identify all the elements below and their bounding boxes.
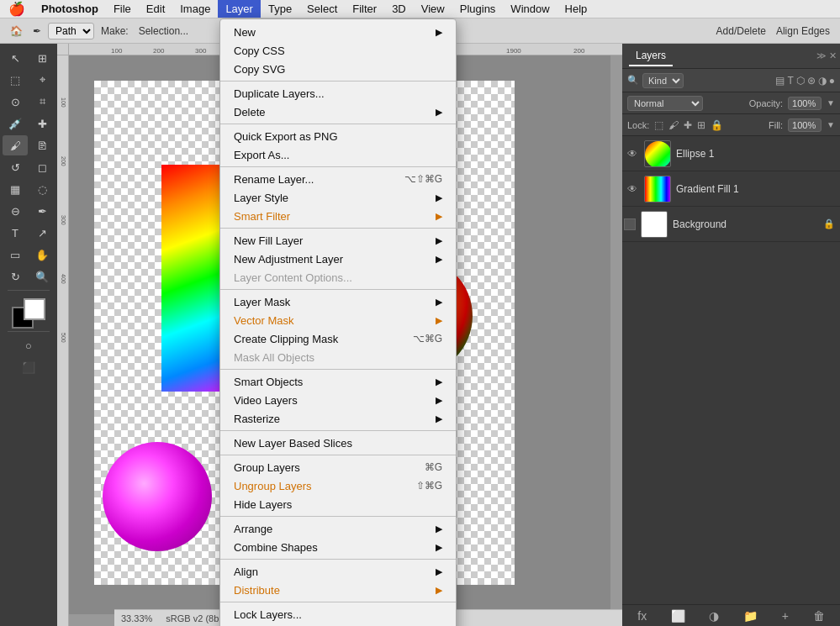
tool-pen[interactable]: ✒ [29, 201, 55, 221]
menu-item-ungroup-layers[interactable]: Ungroup Layers ⇧⌘G [220, 476, 456, 495]
menu-item-layer-style[interactable]: Layer Style ▶ [220, 188, 456, 207]
fill-chevron-icon[interactable]: ▼ [827, 120, 835, 129]
menu-layer[interactable]: Layer [218, 0, 261, 18]
toolbar-path-select[interactable]: Path [48, 23, 94, 39]
foreground-color-swatch[interactable] [24, 298, 45, 320]
blend-mode-select[interactable]: Normal [627, 96, 703, 111]
menu-item-new[interactable]: New ▶ [220, 23, 456, 41]
add-fx-icon[interactable]: fx [637, 609, 647, 623]
tool-quick-selection[interactable]: ⊙ [3, 92, 28, 112]
tool-eyedropper[interactable]: 💉 [3, 113, 28, 134]
menu-item-copy-css[interactable]: Copy CSS [220, 41, 456, 60]
menu-item-distribute[interactable]: Distribute ▶ [220, 581, 456, 599]
filter-type-icon[interactable]: T [787, 75, 793, 87]
tool-lasso[interactable]: ⌖ [29, 70, 55, 90]
tool-eraser[interactable]: ◻ [29, 157, 55, 177]
menu-item-lock-layers[interactable]: Lock Layers... [220, 605, 456, 623]
menu-edit[interactable]: Edit [139, 0, 172, 18]
layer-visibility-ellipse1[interactable]: 👁 [627, 148, 639, 160]
add-mask-icon[interactable]: ⬜ [671, 609, 685, 623]
tool-rotate-view[interactable]: ↻ [3, 266, 28, 287]
tool-gradient[interactable]: ▦ [3, 179, 28, 199]
lock-artboard-icon[interactable]: ⊞ [697, 119, 705, 131]
menu-window[interactable]: Window [503, 0, 557, 18]
panel-close-button[interactable]: ✕ [829, 50, 837, 61]
menu-item-arrange[interactable]: Arrange ▶ [220, 519, 456, 538]
layer-checkbox-background[interactable] [624, 218, 636, 230]
toolbar-home-icon[interactable]: 🏠 [7, 25, 26, 37]
toolbar-selection-label[interactable]: Selection... [135, 25, 192, 37]
tool-clone[interactable]: 🖹 [29, 135, 55, 155]
tool-shape[interactable]: ▭ [3, 245, 28, 265]
tool-healing[interactable]: ✚ [29, 113, 55, 134]
opacity-chevron-icon[interactable]: ▼ [827, 98, 835, 108]
menu-item-align[interactable]: Align ▶ [220, 562, 456, 581]
tool-marquee[interactable]: ⬚ [3, 70, 28, 90]
layers-kind-select[interactable]: Kind [642, 73, 684, 88]
filter-adjustment-icon[interactable]: ◑ [818, 75, 827, 87]
layer-row-ellipse1[interactable]: 👁 Ellipse 1 [622, 136, 840, 171]
menu-item-copy-svg[interactable]: Copy SVG [220, 60, 456, 78]
tool-hand[interactable]: ✋ [29, 245, 55, 265]
tool-zoom[interactable]: 🔍 [29, 266, 55, 287]
tool-artboard[interactable]: ⊞ [29, 48, 55, 68]
tool-screen-mode[interactable]: ⬛ [16, 357, 41, 377]
layer-row-gradient1[interactable]: 👁 Gradient Fill 1 [622, 171, 840, 207]
menu-3d[interactable]: 3D [384, 0, 414, 18]
fill-input[interactable] [788, 118, 822, 132]
tool-dodge[interactable]: ⊖ [3, 201, 28, 221]
menu-item-video-layers[interactable]: Video Layers ▶ [220, 391, 456, 409]
menu-view[interactable]: View [414, 0, 452, 18]
menu-select[interactable]: Select [299, 0, 345, 18]
lock-transparency-icon[interactable]: ⬚ [654, 119, 663, 131]
menu-type[interactable]: Type [261, 0, 299, 18]
menu-item-rename-layer[interactable]: Rename Layer... ⌥⇧⌘G [220, 170, 456, 188]
add-adjustment-icon[interactable]: ◑ [709, 609, 719, 623]
tool-blur[interactable]: ◌ [29, 179, 55, 199]
color-swatches[interactable] [12, 298, 45, 329]
menu-file[interactable]: File [106, 0, 139, 18]
lock-all-icon[interactable]: 🔒 [711, 119, 723, 131]
lock-paint-icon[interactable]: 🖌 [668, 119, 679, 131]
tool-type[interactable]: T [3, 223, 28, 243]
tool-brush[interactable]: 🖌 [3, 135, 28, 155]
filter-active-toggle[interactable]: ● [829, 75, 835, 87]
delete-layer-icon[interactable]: 🗑 [813, 609, 825, 623]
tool-quick-mask[interactable]: ○ [16, 335, 41, 355]
filter-pixel-icon[interactable]: ▤ [775, 75, 785, 87]
menu-item-quick-export[interactable]: Quick Export as PNG [220, 127, 456, 145]
menu-item-new-adjustment-layer[interactable]: New Adjustment Layer ▶ [220, 250, 456, 268]
menu-item-new-fill-layer[interactable]: New Fill Layer ▶ [220, 231, 456, 250]
filter-shape-icon[interactable]: ⬡ [796, 75, 805, 87]
add-group-icon[interactable]: 📁 [743, 609, 758, 623]
tool-crop[interactable]: ⌗ [29, 92, 55, 112]
add-layer-icon[interactable]: + [782, 609, 789, 623]
menu-item-smart-filter[interactable]: Smart Filter ▶ [220, 207, 456, 225]
tool-path-select[interactable]: ↗ [29, 223, 55, 243]
filter-smart-icon[interactable]: ⊛ [807, 75, 816, 87]
menu-photoshop[interactable]: Photoshop [34, 0, 106, 18]
menu-item-layer-mask[interactable]: Layer Mask ▶ [220, 292, 456, 311]
lock-position-icon[interactable]: ✚ [684, 119, 692, 131]
apple-menu[interactable]: 🍎 [0, 1, 34, 17]
menu-image[interactable]: Image [172, 0, 218, 18]
tab-layers[interactable]: Layers [629, 46, 673, 66]
menu-item-export-as[interactable]: Export As... [220, 145, 456, 164]
tool-move[interactable]: ↖ [3, 48, 28, 68]
menu-item-duplicate-layers[interactable]: Duplicate Layers... [220, 84, 456, 103]
panel-collapse-button[interactable]: ≫ [816, 50, 827, 61]
menu-plugins[interactable]: Plugins [452, 0, 504, 18]
menu-item-combine-shapes[interactable]: Combine Shapes ▶ [220, 538, 456, 556]
menu-item-smart-objects[interactable]: Smart Objects ▶ [220, 372, 456, 391]
layer-row-background[interactable]: Background 🔒 [622, 207, 840, 242]
menu-filter[interactable]: Filter [345, 0, 384, 18]
opacity-input[interactable] [788, 97, 822, 110]
menu-item-rasterize[interactable]: Rasterize ▶ [220, 409, 456, 428]
menu-item-delete[interactable]: Delete ▶ [220, 103, 456, 121]
menu-item-new-layer-based-slices[interactable]: New Layer Based Slices [220, 434, 456, 452]
tool-history-brush[interactable]: ↺ [3, 157, 28, 177]
menu-item-group-layers[interactable]: Group Layers ⌘G [220, 458, 456, 476]
menu-help[interactable]: Help [557, 0, 595, 18]
menu-item-create-clipping-mask[interactable]: Create Clipping Mask ⌥⌘G [220, 329, 456, 348]
layer-visibility-gradient1[interactable]: 👁 [627, 183, 639, 195]
